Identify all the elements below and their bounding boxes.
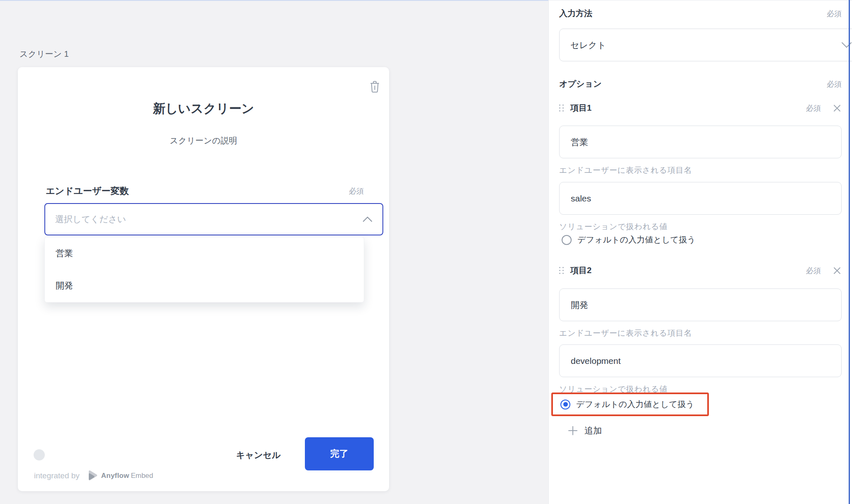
highlighted-default-value-option: デフォルトの入力値として扱う [551,393,709,416]
status-dot [34,449,45,460]
add-option-label: 追加 [584,425,602,436]
chevron-up-icon [363,216,372,222]
radio-label: デフォルトの入力値として扱う [577,234,696,245]
settings-panel: 入力方法 必須 セレクト オプション 必須 項目1 必須 [548,0,852,504]
option-item-header: 項目1 必須 [559,102,842,114]
radio-checked-icon[interactable] [560,400,570,410]
enduser-variable-label: エンドユーザー変数 [46,185,129,197]
plus-icon [568,426,578,436]
item-value-input[interactable] [559,288,842,321]
screen-title: 新しいスクリーン [18,100,389,117]
cancel-button[interactable]: キャンセル [229,448,287,463]
anyflow-logo-icon [87,470,98,482]
display-name-input[interactable] [559,344,842,377]
radio-unchecked-icon[interactable] [562,235,572,245]
required-badge: 必須 [827,79,842,89]
item-value-input[interactable] [559,126,842,158]
options-label: オプション [559,78,601,90]
default-value-radio-row[interactable]: デフォルトの入力値として扱う [560,399,694,410]
integrated-by-label: integrated by [34,471,80,480]
screen-label: スクリーン 1 [19,48,69,60]
screen-description: スクリーンの説明 [18,135,389,146]
enduser-variable-field-header: エンドユーザー変数 必須 [46,185,364,197]
brand-name: Anyflow [101,472,129,480]
remove-item-button[interactable] [833,104,842,113]
input-method-value: セレクト [570,39,606,51]
branding: integrated by Anyflow Embed [34,470,153,482]
default-value-radio-row[interactable]: デフォルトの入力値として扱う [562,234,696,245]
trash-icon [369,80,380,93]
required-badge: 必須 [806,266,821,276]
close-icon [833,104,841,112]
required-badge: 必須 [806,103,821,113]
chevron-down-icon [841,42,852,48]
item-title: 項目2 [570,265,592,276]
dropdown-option[interactable]: 開発 [45,269,364,302]
delete-screen-button[interactable] [366,78,383,95]
radio-label: デフォルトの入力値として扱う [576,399,694,410]
display-name-input[interactable] [559,182,842,215]
done-button[interactable]: 完了 [305,437,374,470]
screen-card: 新しいスクリーン スクリーンの説明 エンドユーザー変数 必須 選択してください … [18,67,389,491]
required-badge: 必須 [827,9,842,19]
display-name-label: エンドユーザーに表示される項目名 [559,165,692,176]
drag-handle-icon[interactable] [559,104,564,111]
options-header: オプション 必須 [559,78,842,90]
brand-suffix: Embed [131,472,153,480]
select-placeholder: 選択してください [55,213,126,225]
drag-handle-icon[interactable] [559,267,564,274]
input-method-select[interactable]: セレクト [559,29,852,61]
input-method-label: 入力方法 [559,8,592,19]
variable-dropdown: 営業 開発 [44,237,364,303]
required-badge: 必須 [349,186,364,196]
input-method-header: 入力方法 必須 [559,8,842,19]
add-option-button[interactable]: 追加 [566,423,604,438]
solution-value-label: ソリューションで扱われる値 [559,221,667,232]
remove-item-button[interactable] [833,266,842,275]
screen-canvas: スクリーン 1 新しいスクリーン スクリーンの説明 エンドユーザー変数 必須 選… [0,0,548,504]
window-edge-line [849,0,850,504]
option-item-header: 項目2 必須 [559,265,842,276]
item-title: 項目1 [570,102,592,114]
display-name-label: エンドユーザーに表示される項目名 [559,328,692,339]
close-icon [833,267,841,274]
app-window: スクリーン 1 新しいスクリーン スクリーンの説明 エンドユーザー変数 必須 選… [0,0,852,504]
enduser-variable-select[interactable]: 選択してください [44,203,383,235]
dropdown-option[interactable]: 営業 [45,237,364,269]
